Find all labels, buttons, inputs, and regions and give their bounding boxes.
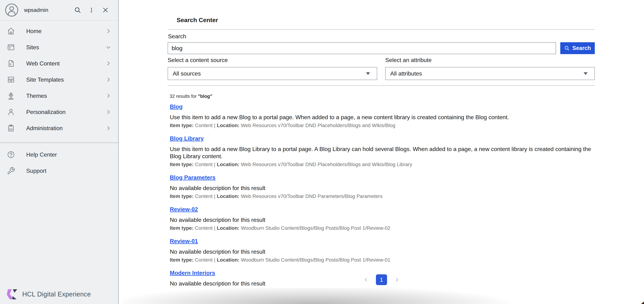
content-source-label: Select a content source xyxy=(168,57,377,64)
chevron-right-icon xyxy=(106,77,111,82)
app-window: wpsadmin Home xyxy=(0,0,644,304)
sidebar-item-label: Support xyxy=(26,168,46,174)
sidebar-item-label: Help Center xyxy=(26,151,57,158)
support-icon xyxy=(7,167,15,175)
result-meta: Item type: Content|Location: Woodburn St… xyxy=(170,225,596,231)
attribute-label: Select an attribute xyxy=(385,57,595,64)
result-item: Review-01 No available description for t… xyxy=(170,238,596,263)
caret-down-icon xyxy=(584,72,588,75)
search-center-page: Search Center Search Search Select a con… xyxy=(119,0,644,304)
caret-down-icon xyxy=(366,72,370,75)
sidebar-divider xyxy=(0,143,118,143)
sidebar-item-help-center[interactable]: Help Center xyxy=(0,147,118,163)
sidebar-item-sites[interactable]: Sites xyxy=(0,39,118,55)
search-row: Search xyxy=(168,42,595,54)
chevron-right-icon xyxy=(106,61,111,66)
sidebar-search-button[interactable] xyxy=(74,7,81,14)
home-icon xyxy=(7,27,15,35)
web-content-icon xyxy=(7,59,15,68)
chevron-left-icon xyxy=(363,277,369,282)
sidebar-item-personalization[interactable]: Personalization xyxy=(0,104,118,120)
help-icon xyxy=(7,150,15,159)
username: wpsadmin xyxy=(24,7,48,13)
search-button-label: Search xyxy=(572,45,591,51)
personalization-icon xyxy=(7,108,15,116)
results-query: "blog" xyxy=(198,94,212,99)
chevron-right-icon xyxy=(106,109,111,115)
prev-page-button[interactable] xyxy=(363,277,369,282)
chevron-right-icon xyxy=(106,29,111,34)
sidebar-item-support[interactable]: Support xyxy=(0,163,118,179)
result-meta: Item type: Content|Location: Web Resourc… xyxy=(170,193,596,199)
results-divider xyxy=(168,85,595,86)
sidebar-item-administration[interactable]: Administration xyxy=(0,120,118,136)
sidebar-item-label: Web Content xyxy=(26,60,60,67)
result-item: Blog Use this item to add a new Blog to … xyxy=(170,103,596,128)
themes-icon xyxy=(7,92,15,100)
chevron-down-icon xyxy=(106,45,111,50)
sidebar-item-label: Themes xyxy=(26,93,47,99)
sidebar-item-label: Sites xyxy=(26,44,39,51)
logo-text: HCL Digital Experience xyxy=(22,290,91,298)
sites-icon xyxy=(7,43,15,51)
administration-icon xyxy=(7,124,15,132)
result-meta: Item type: Content|Location: Web Resourc… xyxy=(170,123,596,128)
attribute-value: All attributes xyxy=(390,70,422,77)
result-description: No available description for this result xyxy=(170,216,596,223)
hcl-logo: HCL Digital Experience xyxy=(6,288,91,301)
search-icon xyxy=(564,45,570,51)
hcl-logo-icon xyxy=(6,288,18,301)
results-count: 32 results for "blog" xyxy=(170,94,212,99)
sidebar-item-site-templates[interactable]: Site Templates xyxy=(0,72,118,88)
sidebar-item-label: Personalization xyxy=(26,109,66,115)
site-templates-icon xyxy=(7,76,15,84)
content-source-group: Select a content source All sources xyxy=(168,57,377,80)
search-section-label: Search xyxy=(168,33,186,40)
page-title: Search Center xyxy=(177,17,218,24)
chevron-right-icon xyxy=(106,126,111,131)
sidebar-item-themes[interactable]: Themes xyxy=(0,88,118,104)
result-link[interactable]: Review-02 xyxy=(170,206,198,213)
result-description: No available description for this result xyxy=(170,184,596,192)
close-sidebar-button[interactable] xyxy=(102,7,109,14)
result-description: Use this item to add a new Blog Library … xyxy=(170,145,596,160)
result-item: Blog Library Use this item to add a new … xyxy=(170,135,596,167)
sidebar-item-label: Administration xyxy=(26,125,63,132)
sidebar-item-label: Site Templates xyxy=(26,76,64,83)
overflow-menu-button[interactable] xyxy=(88,7,94,14)
user-avatar-icon xyxy=(5,4,18,17)
sidebar: wpsadmin Home xyxy=(0,0,118,304)
attribute-group: Select an attribute All attributes xyxy=(385,57,595,80)
search-icon xyxy=(74,7,81,14)
close-icon xyxy=(102,7,109,14)
content-source-value: All sources xyxy=(173,70,201,77)
chevron-right-icon xyxy=(394,277,400,282)
sidebar-footer-nav: Help Center Support xyxy=(0,147,118,179)
result-item: Blog Parameters No available description… xyxy=(170,174,596,199)
sidebar-item-home[interactable]: Home xyxy=(0,23,118,39)
results-list: Blog Use this item to add a new Blog to … xyxy=(170,103,596,294)
result-description: No available description for this result xyxy=(170,248,596,255)
search-button[interactable]: Search xyxy=(560,42,595,54)
sidebar-header: wpsadmin xyxy=(0,0,118,21)
sidebar-item-label: Home xyxy=(26,28,42,35)
result-link[interactable]: Blog Parameters xyxy=(170,174,216,181)
result-link[interactable]: Blog xyxy=(170,103,182,110)
sidebar-item-web-content[interactable]: Web Content xyxy=(0,55,118,72)
next-page-button[interactable] xyxy=(394,277,400,282)
result-meta: Item type: Content|Location: Web Resourc… xyxy=(170,162,596,167)
pagination: 1 xyxy=(119,274,644,285)
result-link[interactable]: Blog Library xyxy=(170,135,204,142)
content-source-select[interactable]: All sources xyxy=(168,67,377,80)
page-1-button[interactable]: 1 xyxy=(376,274,387,285)
attribute-select[interactable]: All attributes xyxy=(385,67,595,80)
sidebar-nav: Home Sites Web Content xyxy=(0,23,118,136)
kebab-icon xyxy=(88,7,94,14)
result-item: Review-02 No available description for t… xyxy=(170,206,596,231)
result-description: Use this item to add a new Blog to a por… xyxy=(170,114,596,121)
result-link[interactable]: Review-01 xyxy=(170,238,198,244)
header-divider xyxy=(168,29,595,30)
chevron-right-icon xyxy=(106,93,111,99)
search-input[interactable] xyxy=(168,42,556,54)
result-meta: Item type: Content|Location: Woodburn St… xyxy=(170,257,596,263)
